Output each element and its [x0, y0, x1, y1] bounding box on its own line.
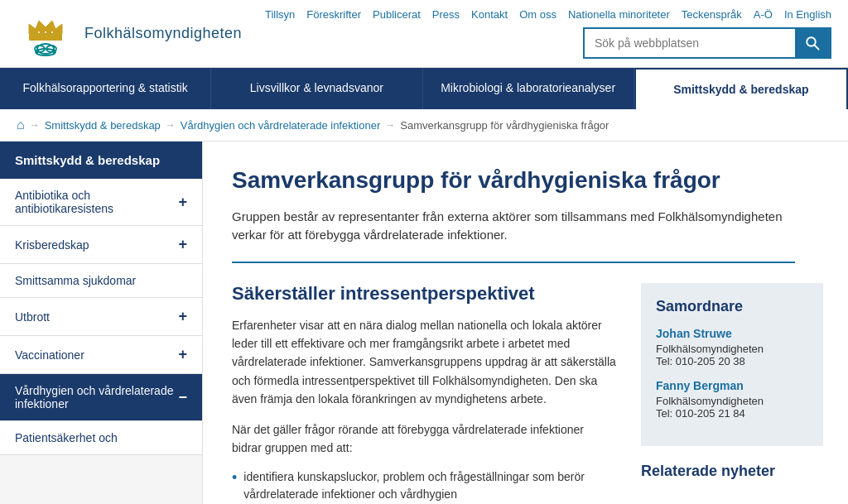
list-item: • identifiera kunskapsluckor, problem oc…	[232, 468, 616, 503]
sidebar-item-utbrott-label: Utbrott	[15, 310, 178, 324]
section1-text1: Erfarenheter visar att en nära dialog me…	[232, 316, 616, 409]
expand-icon-vardhygien: −	[178, 389, 187, 406]
main-nav: Folkhälsorapportering & statistik Livsvi…	[0, 68, 848, 109]
sidebar-item-antibiotika[interactable]: Antibiotika och antibiotikaresistens +	[0, 179, 202, 226]
breadcrumb-sep-2: →	[166, 119, 176, 131]
bullet-list: • identifiera kunskapsluckor, problem oc…	[232, 468, 616, 504]
top-bar: Folkhälsomyndigheten Tillsyn Föreskrifte…	[0, 0, 848, 68]
section1-text2: När det gäller frågor rörande att föreby…	[232, 420, 616, 458]
search-input[interactable]	[585, 30, 795, 56]
sidebar-item-smittsamma[interactable]: Smittsamma sjukdomar	[0, 264, 202, 298]
content-main: Säkerställer intressentperspektivet Erfa…	[232, 283, 616, 504]
site-name: Folkhälsomyndigheten	[84, 25, 242, 42]
svg-point-3	[44, 31, 47, 34]
top-right: Tillsyn Föreskrifter Publicerat Press Ko…	[265, 8, 831, 59]
sidebar-item-vardhygien[interactable]: Vårdhygien och vårdrelaterade infektione…	[0, 374, 202, 421]
page-intro: Gruppen består av representanter från ex…	[232, 208, 795, 245]
expand-icon-antibiotika: +	[178, 194, 187, 211]
svg-point-4	[51, 31, 54, 34]
breadcrumb: ⌂ → Smittskydd & beredskap → Vårdhygien …	[0, 109, 848, 142]
sidebar-header: Smittskydd & beredskap	[0, 142, 202, 179]
bullet-text-1: identifiera kunskapsluckor, problem och …	[243, 468, 616, 503]
content-wrapper: Smittskydd & beredskap Antibiotika och a…	[0, 142, 848, 504]
nav-nationella[interactable]: Nationella minoriteter	[568, 8, 670, 21]
sidebar-item-antibiotika-label: Antibiotika och antibiotikaresistens	[15, 189, 178, 215]
svg-point-2	[37, 31, 41, 34]
person-tel-1: Tel: 010-205 20 38	[656, 355, 808, 367]
content-sidebar-right: Samordnare Johan Struwe Folkhälsomyndigh…	[641, 283, 823, 504]
nav-teckensprak[interactable]: Teckenspråk	[682, 8, 742, 21]
breadcrumb-current: Samverkansgrupp för vårdhygieniska frågo…	[400, 119, 609, 132]
nav-mikrobiologi[interactable]: Mikrobiologi & laboratorieanalyser	[423, 68, 634, 109]
expand-icon-utbrott: +	[178, 308, 187, 325]
svg-line-12	[815, 46, 819, 50]
content-divider	[232, 262, 795, 263]
sidebar: Smittskydd & beredskap Antibiotika och a…	[0, 142, 203, 504]
content-columns: Säkerställer intressentperspektivet Erfa…	[232, 283, 823, 504]
sidebar-item-patientsakerhet[interactable]: Patientsäkerhet och	[0, 421, 202, 455]
search-icon	[805, 36, 820, 50]
person-org-1: Folkhälsomyndigheten	[656, 343, 808, 355]
main-content: Samverkansgrupp för vårdhygieniska frågo…	[203, 142, 848, 504]
nav-tillsyn[interactable]: Tillsyn	[265, 8, 295, 21]
expand-icon-krisberedskap: +	[178, 236, 187, 253]
sidebar-item-utbrott[interactable]: Utbrott +	[0, 298, 202, 336]
relaterade-title: Relaterade nyheter	[641, 463, 823, 480]
sidebar-item-smittsamma-label: Smittsamma sjukdomar	[15, 274, 187, 287]
sidebar-item-krisberedskap-label: Krisberedskap	[15, 238, 178, 252]
nav-foreskrifter[interactable]: Föreskrifter	[306, 8, 361, 21]
breadcrumb-sep-3: →	[385, 119, 395, 131]
page-title: Samverkansgrupp för vårdhygieniska frågo…	[232, 166, 823, 194]
person-org-2: Folkhälsomyndigheten	[656, 395, 808, 407]
nav-english[interactable]: In English	[784, 8, 831, 21]
top-nav: Tillsyn Föreskrifter Publicerat Press Ko…	[265, 8, 831, 21]
samordnare-title: Samordnare	[656, 298, 808, 315]
sidebar-item-vardhygien-label: Vårdhygien och vårdrelaterade infektione…	[15, 384, 178, 410]
home-icon[interactable]: ⌂	[17, 118, 25, 132]
nav-publicerat[interactable]: Publicerat	[373, 8, 421, 21]
person-name-2[interactable]: Fanny Bergman	[656, 379, 808, 392]
logo-area: Folkhälsomyndigheten	[17, 9, 242, 59]
bullet-dot-1: •	[232, 467, 237, 489]
svg-rect-0	[29, 34, 62, 41]
sidebar-item-patientsakerhet-label: Patientsäkerhet och	[15, 431, 187, 444]
nav-smittskydd[interactable]: Smittskydd & beredskap	[634, 68, 848, 109]
person-name-1[interactable]: Johan Struwe	[656, 327, 808, 340]
search-button[interactable]	[795, 29, 830, 57]
expand-icon-vaccinationer: +	[178, 346, 187, 363]
nav-a-o[interactable]: A-Ö	[754, 8, 773, 21]
breadcrumb-sep-1: →	[30, 119, 40, 131]
person-tel-2: Tel: 010-205 21 84	[656, 407, 808, 420]
samordnare-box: Samordnare Johan Struwe Folkhälsomyndigh…	[641, 283, 823, 446]
nav-livsvillkor[interactable]: Livsvillkor & levnadsvanor	[211, 68, 422, 109]
site-logo	[17, 9, 75, 59]
sidebar-item-vaccinationer-label: Vaccinationer	[15, 348, 178, 362]
nav-folkhalsorapportering[interactable]: Folkhälsorapportering & statistik	[0, 68, 211, 109]
nav-kontakt[interactable]: Kontakt	[471, 8, 508, 21]
section1-title: Säkerställer intressentperspektivet	[232, 283, 616, 305]
search-bar	[583, 27, 831, 59]
breadcrumb-smittskydd[interactable]: Smittskydd & beredskap	[45, 119, 161, 132]
nav-press[interactable]: Press	[432, 8, 460, 21]
sidebar-item-vaccinationer[interactable]: Vaccinationer +	[0, 336, 202, 374]
breadcrumb-vardhygien[interactable]: Vårdhygien och vårdrelaterade infektione…	[181, 119, 380, 132]
nav-om-oss[interactable]: Om oss	[519, 8, 556, 21]
sidebar-item-krisberedskap[interactable]: Krisberedskap +	[0, 226, 202, 264]
